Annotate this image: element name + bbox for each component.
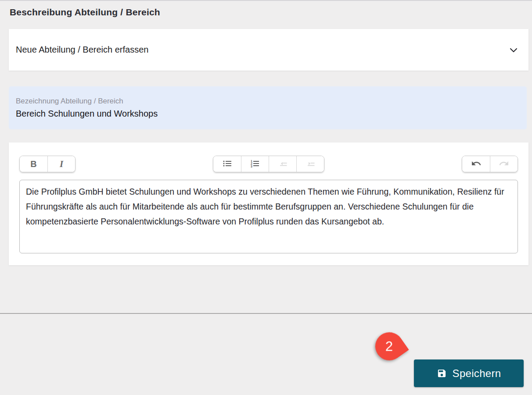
list-button-group: 123 xyxy=(213,156,324,172)
indent-icon xyxy=(305,158,316,170)
collapse-panel-header[interactable]: Neue Abteilung / Bereich erfassen xyxy=(9,29,528,71)
editor-toolbar: B I 123 xyxy=(19,156,518,172)
redo-button[interactable] xyxy=(490,156,518,172)
page-top-edge xyxy=(0,0,532,1)
numbered-list-icon: 123 xyxy=(249,158,261,170)
italic-button[interactable]: I xyxy=(47,156,75,172)
outdent-button[interactable] xyxy=(269,156,296,172)
indent-button[interactable] xyxy=(296,156,324,172)
page-title: Beschreibung Abteilung / Bereich xyxy=(10,7,160,18)
undo-icon xyxy=(471,158,482,170)
description-textarea[interactable]: Die Profilplus GmbH bietet Schulungen un… xyxy=(19,180,518,253)
save-button[interactable]: Speichern xyxy=(414,359,524,387)
collapse-panel-label: Neue Abteilung / Bereich erfassen xyxy=(16,45,148,55)
bold-icon: B xyxy=(30,159,36,169)
annotation-badge-number: 2 xyxy=(385,340,393,353)
save-button-label: Speichern xyxy=(453,367,501,380)
svg-text:3: 3 xyxy=(251,165,252,168)
bold-button[interactable]: B xyxy=(20,156,47,172)
bulleted-list-icon xyxy=(222,158,233,170)
text-style-button-group: B I xyxy=(19,156,75,172)
italic-icon: I xyxy=(60,159,63,170)
department-name-label: Bezeichnung Abteilung / Bereich xyxy=(16,97,527,106)
rich-text-editor-panel: B I 123 xyxy=(9,142,528,265)
redo-icon xyxy=(498,158,510,170)
department-name-value: Bereich Schulungen und Workshops xyxy=(16,109,527,119)
section-divider xyxy=(0,313,532,314)
annotation-badge-2: 2 xyxy=(370,327,409,366)
department-name-field[interactable]: Bezeichnung Abteilung / Bereich Bereich … xyxy=(9,86,527,129)
chevron-down-icon[interactable] xyxy=(507,44,520,56)
numbered-list-button[interactable]: 123 xyxy=(241,156,269,172)
undo-button[interactable] xyxy=(462,156,490,172)
outdent-icon xyxy=(277,158,288,170)
save-icon xyxy=(437,368,447,378)
history-button-group xyxy=(462,156,518,172)
bulleted-list-button[interactable] xyxy=(213,156,241,172)
